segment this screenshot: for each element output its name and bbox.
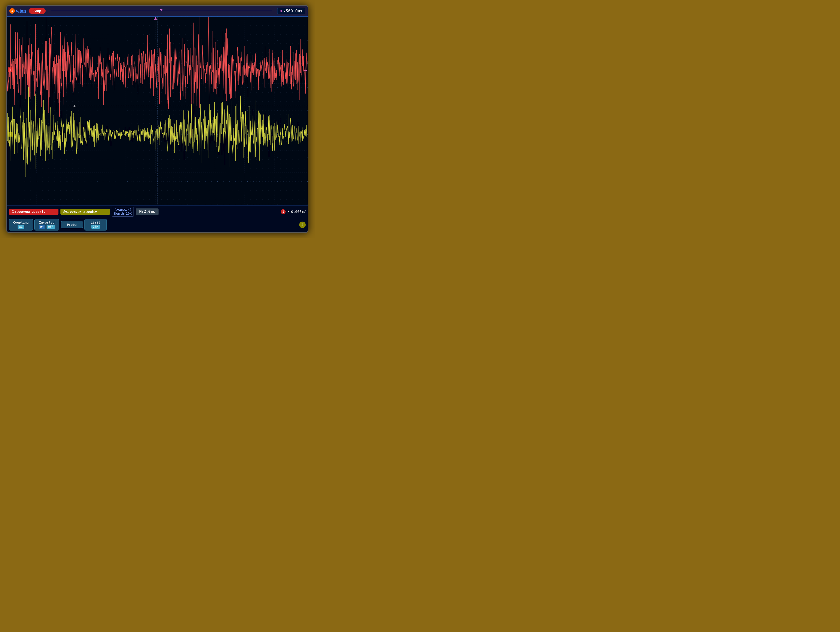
ch2-info: ②5.00mVBW~2.00div xyxy=(60,209,110,215)
waveform-canvas-html xyxy=(7,17,308,205)
logo: o wion xyxy=(9,8,26,14)
ch2-badge: 2 xyxy=(299,222,306,228)
limit-value[interactable]: 20M xyxy=(92,225,100,229)
inverted-on[interactable]: ON xyxy=(39,225,45,229)
trigger-ch-badge: 1 xyxy=(281,209,286,214)
sample-rate: (250KS/s) xyxy=(114,208,131,212)
probe-button[interactable]: Probe xyxy=(61,221,83,228)
ch1-info: ①5.00mVBW~2.00div xyxy=(9,209,58,215)
sample-rate-display: (250KS/s) Depth:10K xyxy=(112,207,134,217)
limit-label: Limit xyxy=(89,220,103,224)
coupling-label: Coupling xyxy=(13,220,29,224)
top-bar: o wion Stop ⊙ -560.0us xyxy=(7,6,308,17)
controls-row: Coupling AC Inverted ON OFF Probe Limit xyxy=(7,218,308,231)
trigger-info: 1 / 0.000mV xyxy=(281,209,306,214)
trigger-value: 0.000mV xyxy=(291,210,306,214)
main-display: // Generated inline using JS below 1 2 ◄… xyxy=(7,17,308,205)
time-display: ⊙ -560.0us xyxy=(277,8,305,14)
trigger-symbol: / xyxy=(287,209,290,214)
oscilloscope: o wion Stop ⊙ -560.0us xyxy=(6,5,308,233)
info-row: ①5.00mVBW~2.00div ②5.00mVBW~2.00div (250… xyxy=(7,206,308,218)
coupling-button[interactable]: Coupling AC xyxy=(9,219,33,231)
limit-button[interactable]: Limit 20M xyxy=(84,219,107,231)
inverted-button[interactable]: Inverted ON OFF xyxy=(35,219,59,231)
logo-circle: o xyxy=(9,8,15,14)
bottom-bar: ①5.00mVBW~2.00div ②5.00mVBW~2.00div (250… xyxy=(7,205,308,232)
time-base-display: M:2.0ms xyxy=(136,208,158,215)
inverted-label: Inverted xyxy=(39,220,55,224)
depth: Depth:10K xyxy=(114,212,131,215)
inverted-off[interactable]: OFF xyxy=(47,225,55,229)
logo-text: wion xyxy=(16,8,26,14)
time-value: -560.0us xyxy=(283,9,302,13)
probe-label: Probe xyxy=(65,223,79,227)
stop-button[interactable]: Stop xyxy=(29,8,46,14)
time-icon: ⊙ xyxy=(280,9,282,13)
coupling-ac[interactable]: AC xyxy=(17,225,24,229)
